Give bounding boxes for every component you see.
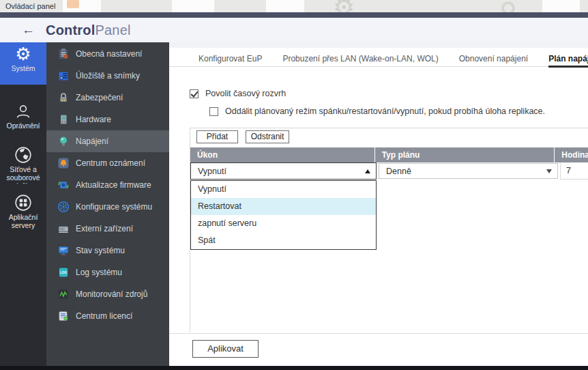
globe-icon [14,146,32,164]
clipboard-icon [57,48,70,60]
postpone-checkbox[interactable] [209,107,218,116]
menu-item-security[interactable]: Zabezpečení [46,87,169,109]
rail-item-label: Síťové a souborové služby [0,165,46,184]
desktop-app-icon [542,0,580,12]
desktop-app-icon [67,0,79,8]
rail-item-network[interactable]: Síťové a souborové služby [0,143,46,186]
menu-item-label: Centrum licencí [76,311,132,321]
gear-icon: ⚙ [14,45,32,63]
page-title: ControlPanel [46,23,131,38]
content-top-band [169,42,588,48]
menu-item-label: Aktualizace firmware [76,180,151,190]
rail-item-app-servers[interactable]: Aplikační servery [0,191,46,233]
app-grid-icon [14,194,32,212]
enable-schedule-checkbox[interactable] [190,89,199,98]
rail-item-system[interactable]: ⚙ Systém [0,42,46,85]
remove-button[interactable]: Odstranit [246,130,289,143]
rail-item-label: Systém [0,64,46,73]
menu-item-notification-center[interactable]: Centrum oznámení [46,152,169,174]
menu-item-resource-monitor[interactable]: Monitorování zdrojů [46,283,169,305]
enable-schedule-row: Povolit časový rozvrh [190,87,286,100]
action-select[interactable]: Vypnutí [190,162,377,180]
menu-item-label: Hardware [76,115,111,124]
postpone-label: Oddálit plánovaný režim spánku/restartov… [225,106,545,116]
schedule-panel: Přidat Odstranit Úkon Typ plánu Hodina V… [190,128,588,332]
menu-item-label: Centrum oznámení [76,158,145,168]
license-center-icon [57,310,70,322]
dropdown-option-shutdown[interactable]: Vypnutí [191,181,376,198]
menu-item-system-status[interactable]: Stav systému [46,240,169,261]
hour-field[interactable]: 7 [560,162,588,180]
system-config-icon [57,201,70,213]
tabs: Konfigurovat EuP Probuzení přes LAN (Wak… [169,52,588,67]
category-rail: ⚙ Systém Oprávnění Síťové a souborové sl… [0,42,46,366]
column-header-hour: Hodina [555,147,588,162]
postpone-row: Oddálit plánovaný režim spánku/restartov… [209,105,545,117]
enable-schedule-label: Povolit časový rozvrh [205,89,286,98]
menu-item-label: Obecná nastavení [76,49,142,59]
svg-text:LOG: LOG [60,271,67,274]
plan-type-select[interactable]: Denně [379,163,558,179]
action-dropdown-list: Vypnutí Restartovat zapnutí serveru Spát [190,180,377,250]
power-settings-content: Konfigurovat EuP Probuzení přes LAN (Wak… [169,42,588,366]
dropdown-option-power-on[interactable]: zapnutí serveru [191,215,376,232]
desktop-app-icon [172,0,214,12]
rail-item-label: Aplikační servery [0,213,46,230]
system-log-icon: LOG [57,266,70,279]
menu-item-system-log[interactable]: LOG Log systému [46,261,169,283]
page-title-light: Panel [95,23,131,38]
menu-item-label: Externí zařízení [76,224,133,233]
tab-power-schedule[interactable]: Plán napájení [548,52,588,67]
menu-item-license-center[interactable]: Centrum licencí [46,305,169,327]
menu-item-label: Úložiště a snímky [76,71,140,81]
user-icon [14,102,32,120]
tab-power-recovery[interactable]: Obnovení napájení [459,52,528,67]
chevron-down-icon [546,169,552,173]
page-title-bold: Control [46,23,95,38]
desktop-top-strip: ⚙ Ovládací panel [0,0,588,12]
desktop-app-icon [266,0,304,12]
menu-item-firmware-update[interactable]: Aktualizace firmware [46,174,169,196]
dropdown-option-restart[interactable]: Restartovat [191,198,376,215]
back-arrow-icon[interactable]: ← [22,23,35,38]
action-select-value: Vypnutí [198,167,226,176]
resource-monitor-icon [57,288,70,300]
external-device-icon [57,223,70,235]
desktop-bottom-strip [0,366,588,370]
add-button[interactable]: Přidat [196,130,238,143]
menu-item-label: Zabezpečení [76,93,123,102]
apply-button[interactable]: Aplikovat [192,340,259,358]
dropdown-option-sleep[interactable]: Spát [191,232,376,249]
table-row: Vypnutí Denně 7 [190,162,588,180]
menu-item-label: Konfigurace systému [76,202,152,212]
firmware-update-icon [57,179,70,191]
menu-item-label: Stav systému [76,246,125,255]
menu-item-system-configuration[interactable]: Konfigurace systému [46,196,169,218]
menu-item-external-devices[interactable]: Externí zařízení [46,218,169,240]
tab-wake-on-lan[interactable]: Probuzení přes LAN (Wake-on-LAN, WOL) [282,52,438,67]
table-header-row: Úkon Typ plánu Hodina [190,147,588,162]
schedule-table: Úkon Typ plánu Hodina Vypnutí Denně 7 [190,147,588,180]
chevron-up-icon [365,169,370,173]
power-bulb-icon [57,135,70,147]
settings-menu: Obecná nastavení Úložiště a snímky Zabez… [46,42,169,366]
menu-item-storage-snapshots[interactable]: Úložiště a snímky [46,65,169,87]
system-status-icon [57,244,70,257]
notification-bell-icon [57,157,70,169]
lock-icon [57,91,70,104]
tab-configure-eup[interactable]: Konfigurovat EuP [199,52,262,67]
menu-item-hardware[interactable]: Hardware [46,109,169,130]
menu-item-power[interactable]: Napájení [46,130,169,152]
column-header-plan-type: Typ plánu [375,147,555,162]
window-top-bar [0,12,588,18]
plan-type-select-value: Denně [386,167,411,176]
rail-item-permissions[interactable]: Oprávnění [0,100,46,132]
menu-item-general-settings[interactable]: Obecná nastavení [46,43,169,65]
taskbar-label[interactable]: Ovládací panel [5,0,55,12]
menu-item-label: Log systému [76,268,122,277]
menu-item-label: Monitorování zdrojů [76,289,147,299]
hardware-icon [57,113,70,126]
footer-divider [169,333,588,334]
column-header-action: Úkon [190,147,375,162]
storage-icon [57,70,70,82]
